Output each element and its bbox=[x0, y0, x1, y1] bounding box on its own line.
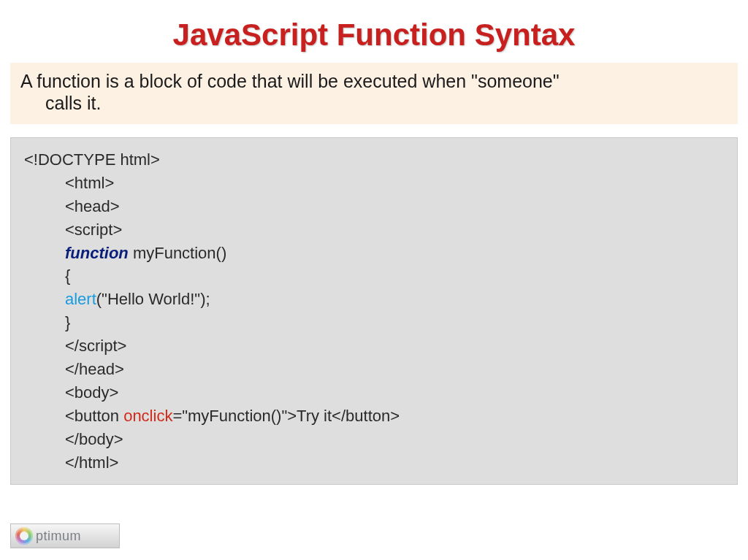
brand-logo: ptimum bbox=[10, 523, 120, 548]
intro-line-1: A function is a block of code that will … bbox=[20, 71, 560, 91]
code-text: <head> bbox=[65, 197, 120, 215]
code-text: { bbox=[65, 266, 70, 285]
code-text: </head> bbox=[65, 360, 124, 378]
code-line-5: function myFunction() bbox=[24, 242, 727, 265]
code-text: <!DOCTYPE html> bbox=[24, 150, 160, 169]
code-line-3: <head> bbox=[24, 195, 727, 218]
code-example: <!DOCTYPE html> <html> <head> <script> f… bbox=[10, 137, 738, 485]
code-text: } bbox=[65, 313, 70, 331]
code-line-7: alert("Hello World!"); bbox=[24, 288, 727, 311]
code-line-1: <!DOCTYPE html> bbox=[24, 148, 727, 172]
code-line-14: </html> bbox=[24, 451, 727, 475]
code-text: </body> bbox=[65, 430, 123, 448]
code-text: ("Hello World!"); bbox=[96, 290, 210, 308]
keyword-function: function bbox=[65, 244, 129, 262]
code-text: <html> bbox=[65, 174, 114, 192]
keyword-onclick: onclick bbox=[123, 407, 172, 425]
code-line-13: </body> bbox=[24, 428, 727, 451]
code-text: <script> bbox=[65, 220, 122, 239]
code-text: ="myFunction()">Try it</button> bbox=[172, 407, 400, 425]
slide-title: JavaScript Function Syntax bbox=[0, 0, 748, 63]
logo-ring-icon bbox=[15, 527, 33, 545]
code-text: myFunction() bbox=[129, 244, 226, 262]
code-line-8: } bbox=[24, 311, 727, 334]
code-line-12: <button onclick="myFunction()">Try it</b… bbox=[24, 404, 727, 428]
code-line-9: </script> bbox=[24, 334, 727, 358]
code-text: <body> bbox=[65, 383, 118, 402]
intro-line-2: calls it. bbox=[20, 92, 728, 114]
code-text: </html> bbox=[65, 453, 118, 472]
code-text: </script> bbox=[65, 337, 126, 355]
code-text: <button bbox=[65, 407, 123, 425]
code-line-6: { bbox=[24, 264, 727, 288]
code-line-2: <html> bbox=[24, 172, 727, 195]
code-line-4: <script> bbox=[24, 218, 727, 242]
intro-box: A function is a block of code that will … bbox=[10, 63, 738, 124]
code-line-10: </head> bbox=[24, 358, 727, 381]
logo-text: ptimum bbox=[36, 529, 81, 544]
code-line-11: <body> bbox=[24, 381, 727, 404]
keyword-alert: alert bbox=[65, 290, 96, 308]
